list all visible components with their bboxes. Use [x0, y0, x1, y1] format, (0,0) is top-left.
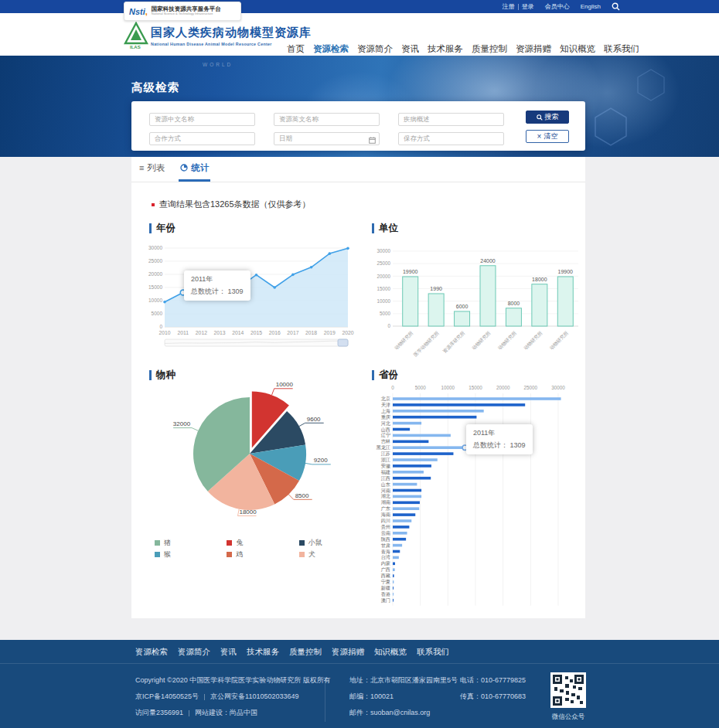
svg-text:25000: 25000 — [377, 260, 390, 266]
svg-text:0: 0 — [387, 323, 390, 328]
hero-banner: WORLD 高级检索 搜索 × 清空 — [0, 56, 719, 157]
menu-item-knowledge[interactable]: 知识概览 — [560, 43, 595, 55]
species-legend: 猪兔小鼠猴鸡犬 — [155, 537, 371, 560]
province-chart-tooltip: 2011年 总数统计： 1309 — [466, 424, 533, 454]
legend-item-猪[interactable]: 猪 — [155, 538, 227, 548]
svg-text:医学动物研究所: 医学动物研究所 — [412, 329, 441, 358]
clear-x-icon: × — [537, 133, 542, 141]
footer-link-contact[interactable]: 联系我们 — [417, 647, 449, 658]
page: 注册 登录 会员中心 English Nsti, 国家科技资源共享服务平台 Na… — [0, 0, 719, 728]
svg-text:20000: 20000 — [148, 271, 162, 277]
svg-text:台湾: 台湾 — [381, 554, 390, 560]
site-logo-icon[interactable]: ILAS — [124, 22, 148, 53]
stats-card: ≡ 列表 统计 查询结果包含13265条数据（仅供参考） 年份 单位 物种 省份… — [131, 157, 585, 618]
menu-item-contact[interactable]: 联系我们 — [604, 43, 639, 55]
email-text[interactable]: 邮件：suoban@cnilas.org — [349, 705, 458, 721]
footer-link-resource-intro[interactable]: 资源简介 — [178, 647, 210, 658]
storage-mode-input[interactable] — [398, 132, 504, 145]
svg-text:8500: 8500 — [295, 492, 309, 499]
menu-item-quality-control[interactable]: 质量控制 — [472, 43, 507, 55]
svg-text:湖南: 湖南 — [381, 499, 391, 505]
svg-text:30000: 30000 — [377, 248, 390, 253]
svg-text:河北: 河北 — [381, 420, 391, 427]
police-number[interactable]: 京公网安备11010502033649 — [210, 692, 298, 700]
svg-text:10000: 10000 — [377, 298, 390, 304]
svg-text:海南: 海南 — [381, 512, 391, 518]
footer-link-news[interactable]: 资讯 — [220, 647, 237, 658]
icp-number[interactable]: 京ICP备14050525号 — [135, 692, 199, 700]
address-text: 地址：北京市朝阳区潘家园南里5号 — [349, 672, 458, 689]
footer-link-knowledge[interactable]: 知识概览 — [374, 647, 407, 658]
site-builder[interactable]: 网站建设：尚品中国 — [195, 709, 257, 716]
calendar-icon[interactable] — [369, 133, 376, 147]
date-input[interactable] — [274, 132, 380, 145]
tab-list[interactable]: ≡ 列表 — [138, 157, 166, 182]
svg-text:浙江: 浙江 — [381, 457, 390, 463]
footer-link-donation[interactable]: 资源捐赠 — [332, 647, 364, 658]
legend-item-鸡[interactable]: 鸡 — [227, 549, 298, 560]
svg-text:西藏: 西藏 — [380, 573, 390, 579]
legend-item-猴[interactable]: 猴 — [155, 549, 227, 560]
menu-item-resource-search[interactable]: 资源检索 — [313, 43, 349, 55]
member-center-link[interactable]: 会员中心 — [545, 2, 570, 11]
legend-item-小鼠[interactable]: 小鼠 — [299, 538, 371, 548]
svg-text:黑龙江: 黑龙江 — [376, 444, 390, 451]
year-chart-svg[interactable]: 0500010000150002000025000300002010201120… — [147, 240, 359, 356]
footer-links: 资源检索 资源简介 资讯 技术服务 质量控制 资源捐赠 知识概览 联系我们 — [135, 647, 449, 658]
visit-count: 访问量2356991 — [135, 709, 183, 716]
svg-text:32000: 32000 — [173, 420, 191, 427]
svg-text:重庆: 重庆 — [381, 414, 391, 420]
svg-text:福建: 福建 — [381, 469, 390, 475]
legend-label: 鸡 — [236, 549, 243, 560]
menu-item-home[interactable]: 首页 — [287, 43, 305, 55]
cooperation-mode-input[interactable] — [149, 132, 255, 145]
disease-overview-input[interactable] — [398, 113, 504, 126]
svg-text:动物研究所: 动物研究所 — [548, 329, 570, 351]
svg-text:30000: 30000 — [551, 385, 565, 390]
svg-text:湖北: 湖北 — [381, 493, 391, 499]
unit-chart-svg[interactable]: 05000100001500020000250003000019900动物研究所… — [370, 240, 584, 370]
footer-link-resource-search[interactable]: 资源检索 — [135, 647, 168, 658]
svg-text:山西: 山西 — [381, 427, 390, 433]
legend-item-犬[interactable]: 犬 — [299, 549, 371, 560]
list-icon: ≡ — [139, 164, 144, 172]
footer-link-quality-control[interactable]: 质量控制 — [289, 647, 322, 658]
register-link[interactable]: 注册 — [503, 2, 515, 11]
tab-stats[interactable]: 统计 — [179, 157, 210, 182]
resource-cn-name-input[interactable] — [149, 113, 255, 126]
result-tabs: ≡ 列表 统计 — [131, 157, 585, 182]
svg-text:ILAS: ILAS — [130, 45, 141, 49]
clear-button[interactable]: × 清空 — [526, 130, 569, 143]
menu-item-resource-intro[interactable]: 资源简介 — [357, 43, 393, 55]
divider — [0, 663, 719, 664]
svg-text:动物研究所: 动物研究所 — [394, 329, 415, 351]
svg-text:陕西: 陕西 — [381, 536, 390, 543]
menu-item-news[interactable]: 资讯 — [401, 43, 419, 55]
resource-en-name-input[interactable] — [274, 113, 380, 126]
nsti-logo-mark: Nsti, — [129, 7, 148, 16]
unit-chart-title: 单位 — [372, 222, 398, 235]
menu-item-tech-service[interactable]: 技术服务 — [428, 43, 463, 55]
language-link[interactable]: English — [581, 3, 601, 10]
legend-label: 小鼠 — [308, 538, 322, 548]
legend-label: 猴 — [164, 549, 171, 560]
svg-text:5000: 5000 — [415, 385, 427, 390]
svg-text:安徽: 安徽 — [381, 463, 391, 469]
legend-swatch — [155, 552, 160, 557]
wechat-qr-code — [550, 672, 586, 708]
footer-link-tech-service[interactable]: 技术服务 — [247, 647, 279, 658]
legend-label: 猪 — [164, 538, 171, 548]
species-chart-svg[interactable]: 100009600920085001800032000 — [147, 383, 363, 534]
legend-item-兔[interactable]: 兔 — [227, 538, 298, 548]
footer-copyright-block: Copyright ©2020 中国医学科学院医学实验动物研究所 版权所有 京I… — [135, 672, 331, 721]
svg-text:18000: 18000 — [532, 277, 547, 282]
svg-text:18000: 18000 — [239, 509, 257, 515]
province-chart-svg[interactable]: 050001000015000200002500030000北京天津上海重庆河北… — [370, 381, 586, 614]
svg-text:2015: 2015 — [250, 330, 262, 335]
platform-logo[interactable]: Nsti, 国家科技资源共享服务平台 National Science & Te… — [124, 2, 241, 21]
advanced-search-title: 高级检索 — [131, 80, 179, 95]
login-link[interactable]: 登录 — [522, 2, 534, 11]
menu-item-donation[interactable]: 资源捐赠 — [516, 43, 551, 55]
search-icon[interactable] — [612, 2, 620, 11]
search-button[interactable]: 搜索 — [526, 111, 569, 124]
